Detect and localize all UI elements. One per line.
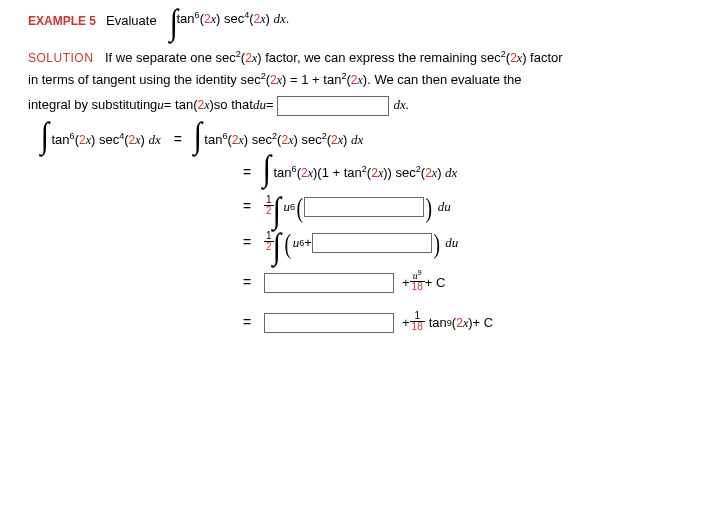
integrand-header: tan6(2x) sec4(2x) dx. xyxy=(176,10,289,28)
answer-blank-step4[interactable] xyxy=(312,233,432,253)
answer-blank-step6[interactable] xyxy=(264,313,394,333)
solution-label: SOLUTION xyxy=(28,51,93,65)
answer-blank-step5[interactable] xyxy=(264,273,394,293)
equals-sign: = xyxy=(230,313,264,332)
fraction-1-18: 1 18 xyxy=(410,311,425,333)
step-row: = + 1 18 tan9(2x) + C xyxy=(42,312,674,334)
equals-sign: = xyxy=(230,197,264,216)
answer-blank-step3[interactable] xyxy=(304,197,424,217)
rhs-step5: + u9 18 + C xyxy=(264,272,445,294)
equals-sign: = xyxy=(230,273,264,292)
step-row: = + u9 18 + C xyxy=(42,272,674,294)
equals-sign: = xyxy=(230,163,264,182)
work-steps: ∫ tan6(2x) sec4(2x) dx = ∫ tan6(2x) sec2… xyxy=(28,130,674,334)
example-header: EXAMPLE 5 Evaluate ∫ tan6(2x) sec4(2x) d… xyxy=(28,10,674,28)
solution-line: in terms of tangent using the identity s… xyxy=(28,72,261,87)
example-label: EXAMPLE 5 xyxy=(28,13,96,29)
step-row: = ∫ tan6(2x)(1 + tan2(2x)) sec2(2x) dx xyxy=(42,163,674,182)
solution-text: SOLUTION If we separate one sec2(2x) fac… xyxy=(28,48,674,116)
evaluate-word: Evaluate xyxy=(106,12,157,30)
rhs-step6: + 1 18 tan9(2x) + C xyxy=(264,312,493,334)
lhs-integral: ∫ tan6(2x) sec4(2x) dx xyxy=(42,131,161,149)
answer-blank-du[interactable] xyxy=(277,96,389,116)
solution-line: If we separate one sec xyxy=(105,50,236,65)
rhs-step2: ∫ tan6(2x)(1 + tan2(2x)) sec2(2x) dx xyxy=(264,164,457,182)
rhs-step1: ∫ tan6(2x) sec2(2x) sec2(2x) dx xyxy=(195,131,363,149)
dx-label: dx. xyxy=(393,95,409,116)
equals-sign: = xyxy=(161,130,195,149)
rhs-step3: 1 2 ∫ u6 ( ) du xyxy=(264,196,451,218)
rhs-step4: 1 2 ∫ ( u6 + ) du xyxy=(264,232,458,254)
fraction-u9-18: u9 18 xyxy=(410,271,425,293)
equals-sign: = xyxy=(230,233,264,252)
solution-line: integral by substituting xyxy=(28,95,157,116)
step-row: = 1 2 ∫ u6 ( ) du xyxy=(42,196,674,218)
step-row: = 1 2 ∫ ( u6 + ) du xyxy=(42,232,674,254)
step-row: ∫ tan6(2x) sec4(2x) dx = ∫ tan6(2x) sec2… xyxy=(42,130,674,149)
